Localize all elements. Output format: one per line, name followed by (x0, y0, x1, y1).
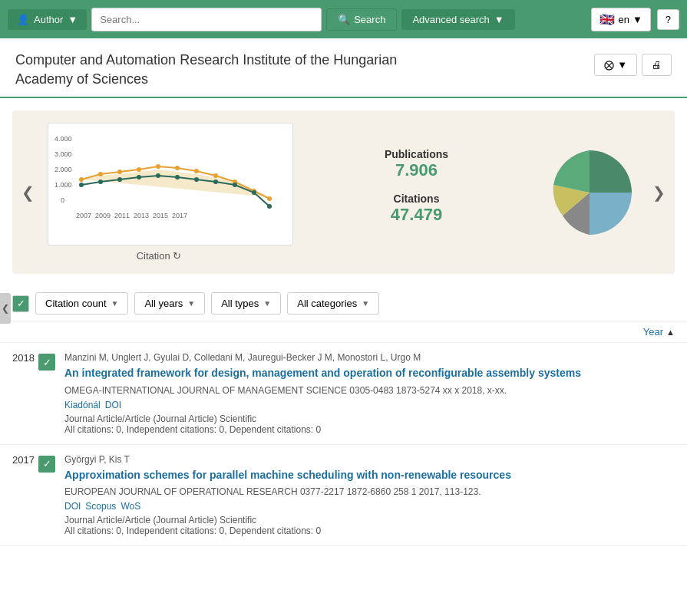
result-journal: EUROPEAN JOURNAL OF OPERATIONAL RESEARCH… (64, 486, 675, 497)
flag-icon: 🇬🇧 (599, 12, 615, 27)
svg-text:1.000: 1.000 (54, 181, 72, 189)
result-checkbox[interactable]: ✓ (38, 354, 55, 371)
chart-nav-left-button[interactable]: ❮ (15, 183, 41, 202)
svg-text:2011: 2011 (114, 212, 130, 219)
result-year: 2017 (12, 454, 35, 466)
svg-point-28 (267, 204, 272, 209)
svg-point-11 (156, 164, 160, 169)
filters-row: ✓ Citation count ▼ All years ▼ All types… (0, 286, 687, 321)
svg-point-18 (79, 183, 84, 187)
institute-actions: ⨂ ▼ 🖨 (594, 54, 672, 76)
svg-text:2017: 2017 (172, 212, 187, 219)
result-content: Györgyi P, Kis TApproximation schemes fo… (64, 454, 675, 536)
chevron-down-icon: ▼ (68, 14, 78, 25)
svg-point-17 (267, 196, 272, 201)
publications-stat: Publications 7.906 (316, 148, 517, 180)
svg-point-19 (98, 180, 103, 184)
chevron-down-icon: ▼ (362, 299, 369, 308)
result-link[interactable]: DOI (64, 501, 81, 512)
print-button[interactable]: 🖨 (642, 54, 672, 76)
svg-text:2009: 2009 (95, 212, 111, 219)
result-type: Journal Article/Article (Journal Article… (64, 515, 675, 525)
institute-title: Computer and Automation Research Institu… (15, 51, 397, 89)
citation-count-filter[interactable]: Citation count ▼ (35, 292, 128, 315)
chart-nav-right-button[interactable]: ❯ (646, 183, 672, 202)
sidebar-collapse-button[interactable]: ❮ (0, 293, 11, 324)
advanced-search-button[interactable]: Advanced search ▼ (401, 9, 514, 30)
result-link[interactable]: DOI (105, 400, 121, 410)
result-authors: Manzini M, Unglert J, Gyulai D, Colledan… (64, 352, 675, 363)
svg-text:2015: 2015 (153, 212, 168, 219)
svg-point-20 (117, 177, 122, 182)
print-icon: 🖨 (652, 59, 662, 71)
chevron-down-icon: ▼ (111, 299, 119, 308)
header-right: 🇬🇧 en ▼ ? (591, 8, 679, 31)
chevron-down-icon: ▼ (263, 299, 271, 308)
chevron-down-icon: ▼ (494, 14, 504, 25)
line-chart: 4.000 3.000 2.000 1.000 0 (54, 130, 285, 229)
svg-text:2.000: 2.000 (54, 166, 72, 173)
svg-point-12 (175, 166, 180, 170)
search-icon: 🔍 (338, 14, 350, 25)
svg-point-14 (213, 173, 218, 178)
svg-point-8 (98, 172, 103, 176)
result-year: 2018 (12, 352, 35, 364)
result-link[interactable]: Kiadónál (64, 400, 101, 410)
chart-container: 4.000 3.000 2.000 1.000 0 (48, 123, 293, 245)
svg-text:4.000: 4.000 (54, 135, 72, 143)
results-list: 2018✓Manzini M, Unglert J, Gyulai D, Col… (0, 343, 687, 545)
chevron-down-icon: ▼ (187, 299, 195, 308)
result-citations: All citations: 0, Independent citations:… (64, 525, 675, 536)
all-years-filter[interactable]: All years ▼ (134, 292, 205, 315)
chevron-down-icon: ▼ (633, 14, 642, 25)
result-authors: Györgyi P, Kis T (64, 454, 675, 465)
pie-chart-container (540, 143, 639, 242)
svg-point-25 (213, 180, 218, 184)
result-link[interactable]: Scopus (85, 501, 116, 512)
citations-stat: Citations 47.479 (316, 193, 517, 225)
search-button[interactable]: 🔍 Search (326, 8, 397, 31)
result-citations: All citations: 0, Independent citations:… (64, 424, 675, 435)
svg-text:2007: 2007 (76, 212, 91, 219)
share-button[interactable]: ⨂ ▼ (594, 54, 637, 76)
chart-section: ❮ 4.000 3.000 2.000 1.000 0 (12, 110, 675, 274)
svg-point-21 (137, 175, 141, 180)
result-item: 2018✓Manzini M, Unglert J, Gyulai D, Col… (0, 343, 687, 444)
select-all-checkbox[interactable]: ✓ (12, 295, 29, 312)
result-title[interactable]: An integrated framework for design, mana… (64, 366, 675, 380)
result-type: Journal Article/Article (Journal Article… (64, 413, 675, 424)
institute-area: Computer and Automation Research Institu… (0, 38, 687, 98)
user-icon: 👤 (17, 14, 29, 25)
svg-point-27 (252, 190, 256, 195)
svg-point-13 (194, 169, 199, 173)
svg-text:2013: 2013 (134, 212, 149, 219)
result-link[interactable]: WoS (121, 501, 140, 512)
sort-row: Year ▲ (0, 321, 687, 343)
svg-point-7 (79, 177, 84, 182)
svg-text:3.000: 3.000 (54, 150, 72, 158)
all-categories-filter[interactable]: All categories ▼ (287, 292, 379, 315)
svg-point-10 (137, 167, 141, 172)
result-links: KiadónálDOI (64, 399, 675, 410)
chart-stats: Publications 7.906 Citations 47.479 (293, 148, 540, 237)
result-links: DOIScopusWoS (64, 500, 675, 512)
pie-chart (540, 143, 639, 242)
sort-arrow-icon: ▲ (666, 328, 675, 337)
result-journal: OMEGA-INTERNATIONAL JOURNAL OF MANAGEMEN… (64, 385, 675, 396)
share-icon: ⨂ (604, 59, 614, 71)
help-button[interactable]: ? (657, 9, 679, 30)
all-types-filter[interactable]: All types ▼ (211, 292, 281, 315)
result-item: 2017✓Györgyi P, Kis TApproximation schem… (0, 445, 687, 546)
search-input[interactable] (91, 8, 322, 31)
svg-point-26 (233, 183, 237, 187)
svg-point-23 (175, 175, 180, 180)
svg-point-9 (117, 170, 122, 174)
svg-point-22 (156, 173, 160, 178)
author-button[interactable]: 👤 Author ▼ (8, 9, 87, 30)
language-button[interactable]: 🇬🇧 en ▼ (591, 8, 650, 31)
svg-point-24 (194, 177, 199, 182)
result-title[interactable]: Approximation schemes for parallel machi… (64, 468, 675, 482)
result-content: Manzini M, Unglert J, Gyulai D, Colledan… (64, 352, 675, 434)
result-checkbox[interactable]: ✓ (38, 456, 55, 473)
refresh-icon[interactable]: ↻ (173, 250, 181, 262)
